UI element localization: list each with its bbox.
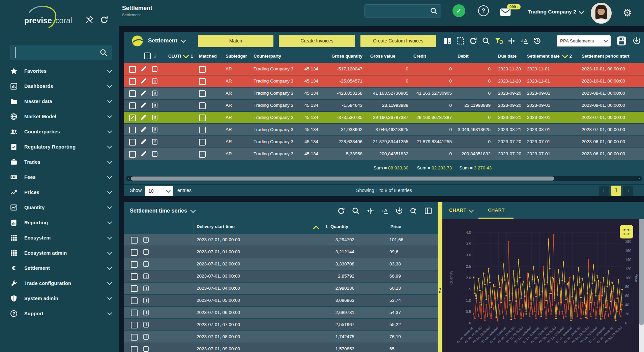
column-header-credit[interactable]: Credit — [413, 50, 426, 63]
sidebar-item-market-model[interactable]: Market Model — [0, 109, 119, 124]
edit-icon[interactable] — [140, 126, 147, 133]
matched-checkbox[interactable] — [199, 139, 206, 146]
search-icon[interactable] — [430, 7, 438, 15]
column-header-quantity[interactable]: Quantity — [330, 221, 348, 233]
timeseries-chart[interactable]: 4.03.53.02.52.01.51.00.50200180160140120… — [442, 219, 644, 352]
row-checkbox[interactable] — [129, 78, 136, 85]
column-header-settlement-period-start[interactable]: Settlement period start — [582, 50, 630, 63]
sidebar-item-settlement[interactable]: €Settlement — [0, 260, 119, 276]
search-icon[interactable] — [352, 207, 360, 215]
status-ok-icon[interactable]: ✓ — [452, 4, 465, 17]
sidebar-item-reporting[interactable]: Reporting — [0, 215, 119, 230]
vertical-scrollbar[interactable] — [639, 219, 644, 352]
edit-icon[interactable] — [140, 138, 147, 145]
row-checkbox[interactable] — [131, 346, 138, 352]
table-row[interactable]: 45 134ARTrading Company 3-31,9339023 046… — [124, 124, 644, 135]
sidebar-item-system-admin[interactable]: System admin — [0, 291, 119, 306]
font-size-icon[interactable]: AA — [520, 37, 529, 45]
match-button[interactable]: Match — [198, 35, 273, 47]
table-row[interactable]: 2023-07-01, 05:00:003,09696353,74 — [124, 295, 438, 306]
save-icon[interactable] — [617, 36, 626, 46]
chart-type-dropdown[interactable]: CHART — [449, 207, 473, 213]
search-icon[interactable] — [99, 49, 108, 57]
query-edit-icon[interactable] — [410, 207, 418, 215]
column-header-counterparty[interactable]: Counterparty — [254, 50, 281, 63]
edit-icon[interactable] — [140, 102, 147, 109]
selection-box-icon[interactable] — [456, 37, 465, 45]
refresh-icon[interactable] — [469, 37, 477, 45]
company-switcher[interactable]: Trading Company 2 — [528, 9, 583, 15]
table-row[interactable]: 2023-07-01, 02:00:003,33070883,38 — [124, 258, 438, 270]
sidebar-item-prices[interactable]: Prices — [0, 185, 119, 200]
sidebar-search-input[interactable] — [15, 47, 94, 58]
page-1-button[interactable]: 1 — [611, 186, 621, 196]
next-page-button[interactable]: › — [623, 186, 633, 196]
table-row[interactable]: 2023-07-01, 08:00:001,74247576,19 — [124, 331, 438, 343]
table-row[interactable]: 45 134ARTrading Company 3-228,63840621 8… — [124, 136, 644, 148]
sidebar-item-favorites[interactable]: Favorites — [0, 63, 119, 78]
table-row[interactable]: 2023-07-01, 00:00:003,294702101,66 — [124, 234, 438, 246]
details-icon[interactable] — [151, 102, 158, 109]
matched-checkbox[interactable] — [199, 115, 206, 121]
column-header-settlement-date[interactable]: Settlement date2 — [527, 50, 572, 63]
details-icon[interactable] — [143, 333, 149, 340]
edit-icon[interactable] — [140, 66, 147, 72]
horizontal-scrollbar[interactable]: ‹ › — [126, 176, 642, 181]
preset-select[interactable]: PPA Settlements — [557, 35, 611, 46]
details-icon[interactable] — [151, 151, 158, 157]
row-checkbox[interactable] — [129, 102, 136, 109]
details-icon[interactable] — [143, 346, 149, 352]
table-row[interactable]: 2023-07-01, 01:00:003,21214499,6 — [124, 246, 438, 258]
details-icon[interactable] — [151, 138, 158, 145]
sidebar-item-quantity[interactable]: Quantity — [0, 200, 119, 215]
matched-checkbox[interactable] — [199, 102, 206, 109]
fit-columns-icon[interactable] — [366, 207, 374, 215]
details-icon[interactable] — [143, 261, 149, 267]
details-icon[interactable] — [151, 90, 158, 97]
panel-resize-divider[interactable] — [438, 202, 442, 352]
fit-columns-icon[interactable] — [507, 37, 516, 45]
table-row[interactable]: 45 134ARTrading Company 3-25,05457100020… — [124, 75, 644, 87]
table-row[interactable]: 2023-07-01, 07:00:002,55196755,22 — [124, 319, 438, 330]
matched-checkbox[interactable] — [199, 66, 206, 73]
scrollbar-thumb[interactable] — [639, 219, 644, 325]
details-icon[interactable] — [143, 249, 149, 255]
sidebar-item-trades[interactable]: Trades — [0, 154, 119, 169]
refresh-icon[interactable] — [337, 207, 345, 215]
row-checkbox[interactable] — [131, 322, 138, 328]
table-row[interactable]: 45 134ARTrading Company 3-373,53073529 1… — [124, 112, 644, 123]
help-icon[interactable]: ? — [478, 5, 489, 16]
row-checkbox[interactable] — [129, 90, 136, 97]
sidebar-item-master-data[interactable]: Master data — [0, 94, 119, 109]
resize-handle-icon[interactable] — [438, 286, 442, 295]
history-icon[interactable] — [533, 37, 541, 45]
row-checkbox[interactable] — [131, 261, 138, 268]
chevron-down-icon[interactable] — [181, 37, 186, 43]
row-checkbox[interactable] — [131, 285, 138, 292]
edit-icon[interactable] — [140, 78, 147, 85]
edit-icon[interactable] — [140, 151, 147, 157]
row-checkbox[interactable] — [129, 66, 136, 73]
row-checkbox[interactable] — [129, 139, 136, 146]
unpin-sidebar-icon[interactable] — [85, 15, 94, 24]
column-header-price[interactable]: Price — [390, 221, 401, 233]
scrollbar-thumb[interactable] — [131, 177, 554, 181]
create-custom-invoices-button[interactable]: Create Custom Invoices — [360, 35, 436, 47]
font-size-icon[interactable]: AA — [381, 207, 389, 215]
details-icon[interactable] — [151, 66, 158, 72]
chevron-down-icon[interactable] — [191, 207, 196, 213]
details-icon[interactable] — [143, 236, 149, 243]
row-checkbox[interactable] — [129, 127, 136, 133]
column-header-debit[interactable]: Debit — [458, 50, 469, 63]
sidebar-item-support[interactable]: ?Support — [0, 306, 119, 321]
column-header-subledger[interactable]: Subledger — [226, 50, 247, 63]
column-header-due-date[interactable]: Due date — [498, 50, 517, 63]
row-checkbox-checked[interactable] — [129, 115, 136, 121]
select-all-checkbox[interactable] — [144, 53, 151, 59]
matched-checkbox[interactable] — [199, 90, 206, 97]
scroll-left-icon[interactable]: ‹ — [127, 176, 131, 181]
settings-gear-icon[interactable]: ⚙ — [623, 7, 632, 19]
sidebar-refresh-icon[interactable] — [100, 15, 109, 24]
sidebar-item-fees[interactable]: Fees — [0, 169, 119, 185]
download-icon[interactable] — [395, 207, 403, 215]
